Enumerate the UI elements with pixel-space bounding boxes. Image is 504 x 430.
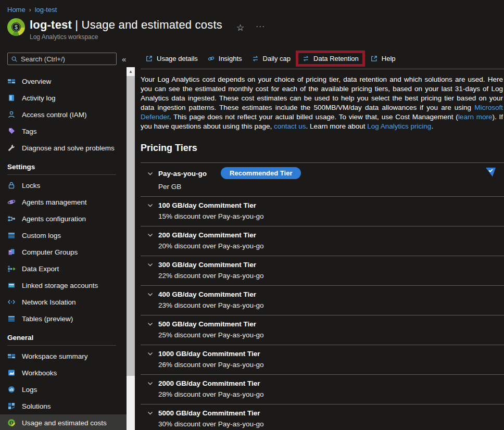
toolbar-button-help[interactable]: Help xyxy=(366,52,400,66)
sidebar-item-custom-logs[interactable]: Custom logs xyxy=(0,227,127,244)
tier-row-300-gb-day-commitment-tier[interactable]: 300 GB/day Commitment Tier22% discount o… xyxy=(141,256,504,285)
logs-icon xyxy=(7,385,16,394)
scroll-up-arrow-icon[interactable]: ▲ xyxy=(127,67,135,76)
sidebar-item-label: Activity log xyxy=(22,94,56,102)
chevron-down-icon[interactable] xyxy=(147,291,154,298)
toolbar-button-data-retention[interactable]: Data Retention xyxy=(296,50,365,67)
sidebar-item-overview[interactable]: Overview xyxy=(0,73,127,90)
data-export-icon xyxy=(7,264,16,273)
sidebar-item-label: Overview xyxy=(22,78,51,85)
sidebar-item-tables-preview[interactable]: Tables (preview) xyxy=(0,310,127,327)
diagnose-icon xyxy=(7,144,16,152)
description-text: Your Log Analytics cost depends on your … xyxy=(141,75,503,111)
tier-row-5000-gb-day-commitment-tier[interactable]: 5000 GB/day Commitment Tier30% discount … xyxy=(141,404,504,430)
sidebar-scrollbar[interactable]: ▲ xyxy=(127,67,135,430)
toolbar-button-usage-details[interactable]: Usage details xyxy=(141,52,203,66)
main-content: Usage detailsInsightsDaily capData Reten… xyxy=(135,48,504,430)
breadcrumb-workspace-link[interactable]: log-test xyxy=(35,6,57,14)
chevron-down-icon[interactable] xyxy=(147,232,154,238)
tier-subtitle: 30% discount over Pay-as-you-go xyxy=(158,420,504,428)
description-text: . This page does not reflect your actual… xyxy=(169,113,458,121)
workbooks-icon xyxy=(7,369,16,377)
chevron-down-icon[interactable] xyxy=(147,261,154,268)
sidebar-item-usage-and-estimated-costs[interactable]: $Usage and estimated costs xyxy=(0,414,127,430)
breadcrumb-home-link[interactable]: Home xyxy=(7,6,26,14)
tier-subtitle: Per GB xyxy=(158,183,504,191)
sidebar-item-label: Logs xyxy=(22,386,37,394)
page-title: log-test | Usage and estimated costs xyxy=(30,18,222,32)
chevron-down-icon[interactable] xyxy=(147,350,154,357)
sidebar-item-label: Linked storage accounts xyxy=(22,282,98,289)
sidebar-item-label: Workbooks xyxy=(22,369,57,377)
tier-subtitle: 28% discount over Pay-as-you-go xyxy=(158,390,504,398)
swap-arrows-icon xyxy=(251,55,259,62)
agents-configuration-icon xyxy=(7,214,16,223)
tier-subtitle: 23% discount over Pay-as-you-go xyxy=(158,301,504,309)
recommended-tier-badge: Recommended Tier xyxy=(221,167,301,179)
tier-name: 100 GB/day Commitment Tier xyxy=(158,201,256,209)
tier-row-500-gb-day-commitment-tier[interactable]: 500 GB/day Commitment Tier25% discount o… xyxy=(141,315,504,345)
sidebar-item-solutions[interactable]: Solutions xyxy=(0,398,127,414)
sidebar-item-label: Tags xyxy=(22,128,37,135)
tier-subtitle: 25% discount over Pay-as-you-go xyxy=(158,331,504,339)
toolbar-button-daily-cap[interactable]: Daily cap xyxy=(247,52,295,66)
tier-row-2000-gb-day-commitment-tier[interactable]: 2000 GB/day Commitment Tier28% discount … xyxy=(141,374,504,404)
sidebar-item-locks[interactable]: Locks xyxy=(0,177,127,194)
sidebar-item-data-export[interactable]: Data Export xyxy=(0,260,127,277)
collapse-sidebar-icon[interactable]: « xyxy=(122,55,126,64)
workspace-type-label: Log Analytics workspace xyxy=(30,33,222,41)
sidebar-item-workbooks[interactable]: Workbooks xyxy=(0,364,127,381)
sidebar-item-workspace-summary[interactable]: Workspace summary xyxy=(0,348,127,364)
sidebar-item-activity-log[interactable]: Activity log xyxy=(0,90,127,106)
chevron-down-icon[interactable] xyxy=(147,202,154,209)
tier-name: 200 GB/day Commitment Tier xyxy=(158,231,256,239)
link-log-analytics-pricing[interactable]: Log Analytics pricing xyxy=(367,122,431,130)
tier-row-1000-gb-day-commitment-tier[interactable]: 1000 GB/day Commitment Tier26% discount … xyxy=(141,345,504,374)
sidebar-item-label: Access control (IAM) xyxy=(22,111,87,119)
computer-groups-icon xyxy=(7,248,16,256)
svg-text:$: $ xyxy=(10,421,12,424)
sidebar-item-agents-management[interactable]: Agents management xyxy=(0,194,127,210)
workspace-donut-icon: $ xyxy=(7,18,25,36)
chevron-down-icon[interactable] xyxy=(147,410,154,416)
tier-row-200-gb-day-commitment-tier[interactable]: 200 GB/day Commitment Tier20% discount o… xyxy=(141,226,504,256)
toolbar-button-insights[interactable]: Insights xyxy=(203,52,247,66)
sidebar-item-diagnose-and-solve-problems[interactable]: Diagnose and solve problems xyxy=(0,140,127,156)
sidebar: « OverviewActivity logAccess control (IA… xyxy=(0,48,127,430)
search-input[interactable] xyxy=(21,55,113,63)
tier-row-100-gb-day-commitment-tier[interactable]: 100 GB/day Commitment Tier15% discount o… xyxy=(141,196,504,226)
description-text: . Learn more about xyxy=(306,122,367,130)
pricing-tiers-heading: Pricing Tiers xyxy=(141,143,504,154)
sidebar-item-network-isolation[interactable]: Network Isolation xyxy=(0,294,127,310)
chevron-down-icon[interactable] xyxy=(147,380,154,387)
tier-name: 500 GB/day Commitment Tier xyxy=(158,320,256,328)
sidebar-item-computer-groups[interactable]: Computer Groups xyxy=(0,244,127,260)
chevron-down-icon[interactable] xyxy=(147,170,154,177)
sidebar-divider xyxy=(7,174,116,175)
sidebar-item-label: Custom logs xyxy=(22,232,61,239)
sidebar-item-label: Locks xyxy=(22,182,40,189)
link-contact-us[interactable]: contact us xyxy=(274,122,306,130)
sidebar-item-label: Agents configuration xyxy=(22,215,86,223)
current-tier-check-icon xyxy=(485,167,496,178)
sidebar-item-label: Diagnose and solve problems xyxy=(22,144,115,152)
more-options-icon[interactable]: ··· xyxy=(256,21,265,30)
link-learn-more[interactable]: learn more xyxy=(458,113,493,121)
sidebar-item-label: Solutions xyxy=(22,402,51,410)
sidebar-item-logs[interactable]: Logs xyxy=(0,381,127,398)
scrollbar-thumb[interactable] xyxy=(127,76,135,376)
cost-description-text: Your Log Analytics cost depends on your … xyxy=(141,75,504,131)
sidebar-item-agents-configuration[interactable]: Agents configuration xyxy=(0,210,127,227)
chevron-down-icon[interactable] xyxy=(147,321,154,327)
sidebar-search-box[interactable] xyxy=(7,53,117,65)
favorite-star-icon[interactable]: ☆ xyxy=(236,22,244,33)
tier-subtitle: 15% discount over Pay-as-you-go xyxy=(158,212,504,220)
sidebar-item-label: Data Export xyxy=(22,265,59,273)
tier-row-400-gb-day-commitment-tier[interactable]: 400 GB/day Commitment Tier23% discount o… xyxy=(141,285,504,315)
tier-row-pay-as-you-go[interactable]: Pay-as-you-goRecommended TierPer GB xyxy=(141,162,504,196)
swap-arrows-icon xyxy=(302,55,310,62)
sidebar-item-access-control-iam[interactable]: Access control (IAM) xyxy=(0,106,127,123)
sidebar-item-linked-storage-accounts[interactable]: Linked storage accounts xyxy=(0,277,127,294)
sidebar-item-tags[interactable]: Tags xyxy=(0,123,127,140)
breadcrumb: Home›log-test xyxy=(7,6,504,14)
